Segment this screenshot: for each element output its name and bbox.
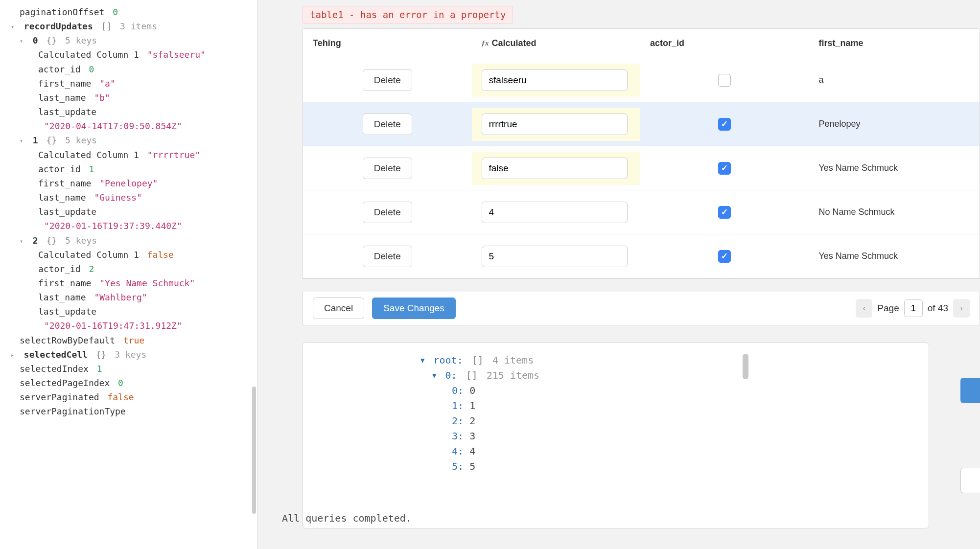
fx-icon: ƒx <box>482 39 489 47</box>
prop-selectedCell[interactable]: ▸ selectedCell {} 3 keys <box>0 347 257 362</box>
cell-tehing: Delete <box>303 108 472 141</box>
json-item[interactable]: 4: 4 <box>452 444 793 459</box>
json-item[interactable]: 5: 5 <box>452 459 793 474</box>
caret-down-icon[interactable]: ▾ <box>20 237 26 246</box>
delete-button[interactable]: Delete <box>363 202 412 223</box>
record-1-last[interactable]: last_name "Guiness" <box>0 190 257 205</box>
caret-down-icon[interactable]: ▼ <box>432 370 436 381</box>
inspector-tree[interactable]: paginationOffset 0 ▾ recordUpdates [] 3 … <box>0 5 257 549</box>
canvas: table1 - has an error in a property Tehi… <box>257 0 980 549</box>
delete-button[interactable]: Delete <box>363 114 412 135</box>
json-item[interactable]: 3: 3 <box>452 429 793 444</box>
prop-serverPaginated[interactable]: serverPaginated false <box>0 390 257 404</box>
record-0-calc[interactable]: Calculated Column 1 "sfalseeru" <box>0 47 257 62</box>
record-2-upd-key[interactable]: last_update <box>0 304 257 319</box>
cell-actor-id <box>640 244 809 269</box>
json-item[interactable]: 2: 2 <box>452 413 793 429</box>
delete-button[interactable]: Delete <box>363 158 412 179</box>
prop-paginationOffset[interactable]: paginationOffset 0 <box>0 5 257 19</box>
delete-button[interactable]: Delete <box>363 69 412 91</box>
col-header-actor-id[interactable]: actor_id <box>640 32 809 54</box>
record-2-last[interactable]: last_name "Wahlberg" <box>0 290 257 304</box>
caret-down-icon[interactable]: ▼ <box>420 355 424 366</box>
cell-tehing: Delete <box>303 152 472 185</box>
record-2-first[interactable]: first_name "Yes Name Schmuck" <box>0 276 257 290</box>
table1[interactable]: Tehing ƒx Calculated actor_id first_name… <box>303 28 980 279</box>
cell-actor-id <box>640 112 809 137</box>
calculated-input[interactable] <box>482 114 628 135</box>
prop-selectedPageIndex[interactable]: selectedPageIndex 0 <box>0 376 257 390</box>
record-0-last[interactable]: last_name "b" <box>0 91 257 105</box>
status-bar: All queries completed. <box>282 512 412 524</box>
cell-first-name[interactable]: a <box>809 69 980 91</box>
page-next-button[interactable]: › <box>953 299 970 318</box>
cell-calculated <box>472 152 641 185</box>
json-item[interactable]: 1: 1 <box>452 398 793 413</box>
record-2-upd-val: "2020-01-16T19:47:31.912Z" <box>0 319 257 333</box>
record-1-upd-key[interactable]: last_update <box>0 205 257 219</box>
json-tree[interactable]: ▼ root: [] 4 items ▼ 0: [] 215 items 0: … <box>420 353 793 514</box>
json-scrollbar-thumb[interactable] <box>743 354 748 379</box>
prop-serverPaginationType[interactable]: serverPaginationType <box>0 404 257 418</box>
actor-checkbox[interactable] <box>718 162 731 175</box>
delete-button[interactable]: Delete <box>363 246 412 267</box>
table-row[interactable]: DeletePenelopey <box>303 102 980 146</box>
record-0-actor[interactable]: actor_id 0 <box>0 62 257 76</box>
record-1-header[interactable]: ▾ 1 {} 5 keys <box>0 133 257 147</box>
record-1-calc[interactable]: Calculated Column 1 "rrrrtrue" <box>0 148 257 162</box>
cell-calculated <box>472 64 641 97</box>
caret-right-icon[interactable]: ▸ <box>11 351 18 360</box>
component-error-chip[interactable]: table1 - has an error in a property <box>303 6 513 23</box>
col-header-calculated[interactable]: ƒx Calculated <box>472 32 641 54</box>
cell-first-name[interactable]: Penelopey <box>809 113 980 135</box>
record-0-upd-key[interactable]: last_update <box>0 105 257 119</box>
prop-selectRowByDefault[interactable]: selectRowByDefault true <box>0 333 257 347</box>
right-edge-secondary-button[interactable] <box>960 468 980 493</box>
page-prev-button[interactable]: ‹ <box>856 299 872 318</box>
page-input[interactable] <box>904 299 923 317</box>
record-2-calc[interactable]: Calculated Column 1 false <box>0 248 257 262</box>
actor-checkbox[interactable] <box>718 250 731 263</box>
calculated-input[interactable] <box>482 69 628 91</box>
calculated-input[interactable] <box>482 158 628 179</box>
caret-down-icon[interactable]: ▾ <box>20 137 26 146</box>
caret-down-icon[interactable]: ▾ <box>11 23 18 32</box>
col-header-first-name[interactable]: first_name <box>809 32 980 54</box>
table-row[interactable]: DeleteNo Name Schmuck <box>303 190 980 234</box>
record-0-header[interactable]: ▾ 0 {} 5 keys <box>0 33 257 47</box>
table-row[interactable]: Deletea <box>303 58 980 102</box>
save-changes-button[interactable]: Save Changes <box>372 297 456 319</box>
table-row[interactable]: DeleteYes Name Schmuck <box>303 146 980 190</box>
record-0-first[interactable]: first_name "a" <box>0 76 257 91</box>
cell-calculated <box>472 108 641 141</box>
actor-checkbox[interactable] <box>718 118 731 131</box>
cancel-button[interactable]: Cancel <box>313 297 364 319</box>
right-edge-primary-button[interactable] <box>960 378 980 403</box>
actor-checkbox[interactable] <box>718 206 731 219</box>
cell-tehing: Delete <box>303 64 472 97</box>
record-1-upd-val: "2020-01-16T19:37:39.440Z" <box>0 219 257 233</box>
json-item[interactable]: 0: 0 <box>452 383 793 398</box>
cell-first-name[interactable]: No Name Schmuck <box>809 201 980 223</box>
prop-recordUpdates[interactable]: ▾ recordUpdates [] 3 items <box>0 19 257 33</box>
table-row[interactable]: DeleteYes Name Schmuck <box>303 234 980 278</box>
pagination: ‹ Page of 43 › <box>856 299 970 318</box>
calculated-input[interactable] <box>482 246 628 267</box>
actor-checkbox[interactable] <box>718 74 731 87</box>
record-1-first[interactable]: first_name "Penelopey" <box>0 176 257 190</box>
col-header-tehing[interactable]: Tehing <box>303 32 472 54</box>
chevron-right-icon: › <box>960 304 962 313</box>
record-2-actor[interactable]: actor_id 2 <box>0 262 257 276</box>
left-inspector-panel: paginationOffset 0 ▾ recordUpdates [] 3 … <box>0 0 257 549</box>
calculated-input[interactable] <box>482 202 628 223</box>
table-header-row: Tehing ƒx Calculated actor_id first_name <box>303 29 980 58</box>
record-2-header[interactable]: ▾ 2 {} 5 keys <box>0 233 257 248</box>
sidebar-scrollbar-thumb[interactable] <box>252 387 256 514</box>
cell-tehing: Delete <box>303 196 472 229</box>
json-preview-panel[interactable]: ▼ root: [] 4 items ▼ 0: [] 215 items 0: … <box>303 343 929 528</box>
record-1-actor[interactable]: actor_id 1 <box>0 162 257 176</box>
caret-down-icon[interactable]: ▾ <box>20 37 26 46</box>
prop-selectedIndex[interactable]: selectedIndex 1 <box>0 362 257 376</box>
cell-first-name[interactable]: Yes Name Schmuck <box>809 157 980 179</box>
cell-first-name[interactable]: Yes Name Schmuck <box>809 245 980 267</box>
